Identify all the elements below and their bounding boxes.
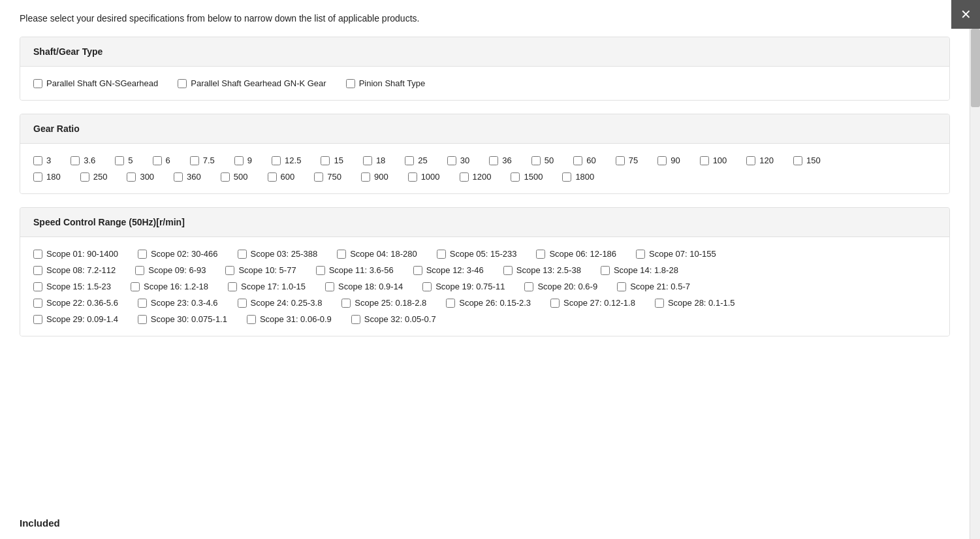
checkbox-gr60[interactable] — [573, 156, 582, 165]
checkbox-item-gr150[interactable]: 150 — [793, 155, 821, 165]
checkbox-gr900[interactable] — [361, 172, 370, 182]
checkbox-sc03[interactable] — [238, 250, 247, 259]
checkbox-item-sc09[interactable]: Scope 09: 6-93 — [135, 265, 206, 275]
checkbox-item-sc11[interactable]: Scope 11: 3.6-56 — [316, 265, 394, 275]
checkbox-item-gr500[interactable]: 500 — [221, 172, 248, 182]
checkbox-gr30[interactable] — [447, 156, 456, 165]
checkbox-sc16[interactable] — [131, 282, 140, 291]
checkbox-gr250[interactable] — [80, 172, 89, 182]
checkbox-item-gr1000[interactable]: 1000 — [408, 172, 440, 182]
checkbox-item-sc13[interactable]: Scope 13: 2.5-38 — [503, 265, 581, 275]
checkbox-item-sc15[interactable]: Scope 15: 1.5-23 — [33, 282, 111, 291]
checkbox-sc09[interactable] — [135, 266, 144, 275]
checkbox-item-sc16[interactable]: Scope 16: 1.2-18 — [131, 282, 208, 291]
checkbox-gr75b[interactable] — [616, 156, 625, 165]
checkbox-gr360[interactable] — [174, 172, 183, 182]
checkbox-sc28[interactable] — [655, 299, 664, 308]
checkbox-sc17[interactable] — [228, 282, 237, 291]
checkbox-sc22[interactable] — [33, 299, 42, 308]
checkbox-item-gr60[interactable]: 60 — [573, 155, 595, 165]
checkbox-sc18[interactable] — [325, 282, 334, 291]
checkbox-sc01[interactable] — [33, 250, 42, 259]
checkbox-item-gr120[interactable]: 120 — [746, 155, 774, 165]
checkbox-sc04[interactable] — [337, 250, 346, 259]
checkbox-item-gr9[interactable]: 9 — [234, 155, 252, 165]
checkbox-gr36b[interactable] — [489, 156, 498, 165]
checkbox-sc13[interactable] — [503, 266, 513, 275]
checkbox-item-sc23[interactable]: Scope 23: 0.3-4.6 — [138, 298, 218, 308]
checkbox-sc29[interactable] — [33, 315, 42, 324]
checkbox-item-sc25[interactable]: Scope 25: 0.18-2.8 — [341, 298, 426, 308]
checkbox-sc24[interactable] — [238, 299, 247, 308]
checkbox-gr9[interactable] — [234, 156, 244, 165]
checkbox-gr50[interactable] — [531, 156, 541, 165]
checkbox-item-gr75b[interactable]: 75 — [616, 155, 638, 165]
checkbox-item-gr180[interactable]: 180 — [33, 172, 61, 182]
checkbox-item-sg1[interactable]: Parallel Shaft GN-SGearhead — [33, 78, 158, 88]
checkbox-sc10[interactable] — [225, 266, 234, 275]
checkbox-sg1[interactable] — [33, 79, 42, 88]
checkbox-gr1000[interactable] — [408, 172, 417, 182]
checkbox-item-gr36[interactable]: 3.6 — [71, 155, 95, 165]
checkbox-sg3[interactable] — [346, 79, 355, 88]
scrollbar-track[interactable] — [970, 0, 980, 539]
checkbox-gr1500[interactable] — [511, 172, 520, 182]
checkbox-item-gr100[interactable]: 100 — [700, 155, 727, 165]
checkbox-item-sc06[interactable]: Scope 06: 12-186 — [536, 249, 616, 259]
checkbox-item-sc10[interactable]: Scope 10: 5-77 — [225, 265, 296, 275]
checkbox-gr100[interactable] — [700, 156, 709, 165]
checkbox-item-sc17[interactable]: Scope 17: 1.0-15 — [228, 282, 306, 291]
checkbox-item-sc30[interactable]: Scope 30: 0.075-1.1 — [138, 314, 227, 324]
checkbox-sc05[interactable] — [437, 250, 446, 259]
checkbox-item-sc18[interactable]: Scope 18: 0.9-14 — [325, 282, 403, 291]
checkbox-gr150[interactable] — [793, 156, 802, 165]
checkbox-item-sc12[interactable]: Scope 12: 3-46 — [413, 265, 484, 275]
checkbox-item-gr90[interactable]: 90 — [657, 155, 680, 165]
checkbox-sc23[interactable] — [138, 299, 147, 308]
checkbox-item-sc03[interactable]: Scope 03: 25-388 — [238, 249, 318, 259]
checkbox-sc31[interactable] — [247, 315, 256, 324]
checkbox-sc19[interactable] — [422, 282, 432, 291]
checkbox-item-sc24[interactable]: Scope 24: 0.25-3.8 — [238, 298, 323, 308]
checkbox-item-gr750[interactable]: 750 — [314, 172, 341, 182]
checkbox-sc26[interactable] — [446, 299, 455, 308]
checkbox-item-sg3[interactable]: Pinion Shaft Type — [346, 78, 426, 88]
checkbox-item-gr250[interactable]: 250 — [80, 172, 108, 182]
checkbox-item-gr3[interactable]: 3 — [33, 155, 51, 165]
checkbox-item-sc29[interactable]: Scope 29: 0.09-1.4 — [33, 314, 118, 324]
checkbox-gr500[interactable] — [221, 172, 230, 182]
checkbox-sc30[interactable] — [138, 315, 147, 324]
checkbox-gr5[interactable] — [115, 156, 124, 165]
checkbox-sc07[interactable] — [636, 250, 645, 259]
checkbox-item-gr125[interactable]: 12.5 — [272, 155, 301, 165]
checkbox-sc06[interactable] — [536, 250, 545, 259]
checkbox-item-sc02[interactable]: Scope 02: 30-466 — [138, 249, 218, 259]
checkbox-item-gr900[interactable]: 900 — [361, 172, 388, 182]
checkbox-gr300[interactable] — [127, 172, 136, 182]
close-button[interactable]: ✕ — [951, 0, 980, 29]
checkbox-sc27[interactable] — [550, 299, 560, 308]
checkbox-item-sc07[interactable]: Scope 07: 10-155 — [636, 249, 716, 259]
checkbox-item-gr36b[interactable]: 36 — [489, 155, 511, 165]
checkbox-item-sc08[interactable]: Scope 08: 7.2-112 — [33, 265, 116, 275]
checkbox-item-gr15[interactable]: 15 — [321, 155, 343, 165]
checkbox-item-gr600[interactable]: 600 — [268, 172, 295, 182]
checkbox-gr36[interactable] — [71, 156, 80, 165]
checkbox-item-sc01[interactable]: Scope 01: 90-1400 — [33, 249, 118, 259]
checkbox-sc21[interactable] — [617, 282, 626, 291]
checkbox-item-sc28[interactable]: Scope 28: 0.1-1.5 — [655, 298, 735, 308]
checkbox-item-sc32[interactable]: Scope 32: 0.05-0.7 — [351, 314, 436, 324]
checkbox-gr125[interactable] — [272, 156, 281, 165]
checkbox-item-gr300[interactable]: 300 — [127, 172, 154, 182]
checkbox-item-gr1500[interactable]: 1500 — [511, 172, 543, 182]
checkbox-item-gr30[interactable]: 30 — [447, 155, 469, 165]
checkbox-sc02[interactable] — [138, 250, 147, 259]
checkbox-sc11[interactable] — [316, 266, 325, 275]
checkbox-item-sc05[interactable]: Scope 05: 15-233 — [437, 249, 517, 259]
checkbox-item-sc21[interactable]: Scope 21: 0.5-7 — [617, 282, 690, 291]
checkbox-sc14[interactable] — [601, 266, 610, 275]
checkbox-sg2[interactable] — [178, 79, 187, 88]
checkbox-item-gr1200[interactable]: 1200 — [460, 172, 492, 182]
checkbox-item-sc04[interactable]: Scope 04: 18-280 — [337, 249, 417, 259]
checkbox-gr180[interactable] — [33, 172, 42, 182]
